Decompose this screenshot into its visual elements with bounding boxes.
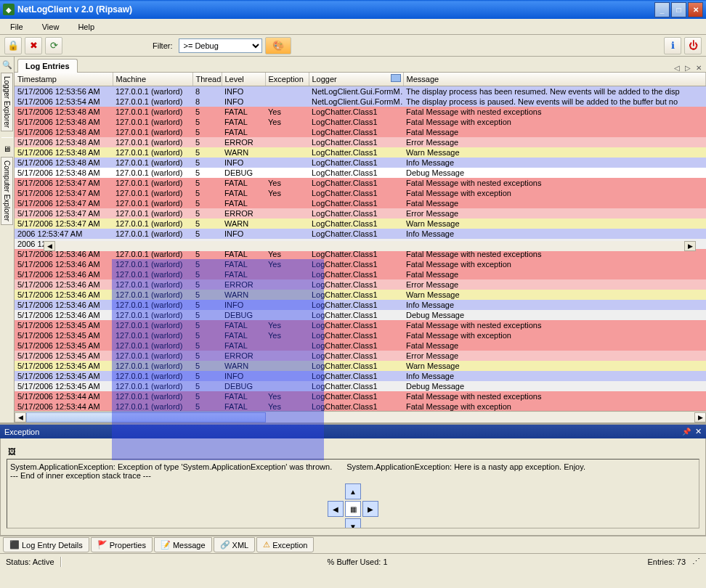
cell-ms: Fatal Message with nested exceptions xyxy=(403,320,706,330)
cell-mc: 127.0.0.1 (warlord) xyxy=(113,381,192,391)
inner-horizontal-scroll[interactable]: ◀ ▶ xyxy=(44,241,696,251)
table-row[interactable]: 5/17/2006 12:53:48 AM127.0.0.1 (warlord)… xyxy=(15,147,706,158)
table-row[interactable]: 5/17/2006 12:53:48 AM127.0.0.1 (warlord)… xyxy=(15,168,706,178)
sidebar: 🔍 Logger Explorer 🖥 Computer Explorer xyxy=(0,57,15,422)
cell-th: 5 xyxy=(192,259,222,269)
table-row[interactable]: 5/17/2006 12:53:45 AM127.0.0.1 (warlord)… xyxy=(15,381,706,391)
cell-th: 5 xyxy=(192,351,222,361)
table-row[interactable]: 5/17/2006 12:53:45 AM127.0.0.1 (warlord)… xyxy=(15,330,706,340)
cell-ts: 5/17/2006 12:53:45 AM xyxy=(15,361,113,371)
menu-file[interactable]: File xyxy=(6,21,28,33)
computer-icon[interactable]: 🖥 xyxy=(2,144,12,154)
col-level[interactable]: Level xyxy=(222,73,265,86)
table-row[interactable]: 5/17/2006 12:53:46 AM127.0.0.1 (warlord)… xyxy=(15,259,706,269)
table-row[interactable]: 5/17/2006 12:53:46 AM127.0.0.1 (warlord)… xyxy=(15,269,706,279)
tab-message[interactable]: 📝Message xyxy=(154,537,212,552)
table-row[interactable]: 5/17/2006 12:53:47 AM127.0.0.1 (warlord)… xyxy=(15,178,706,188)
info-button[interactable]: ℹ xyxy=(664,37,681,54)
col-timestamp[interactable]: Timestamp xyxy=(15,73,113,86)
resize-grip-icon[interactable]: ⋰ xyxy=(686,557,700,566)
dock-down-icon[interactable]: ▼ xyxy=(345,518,361,528)
dock-up-icon[interactable]: ▲ xyxy=(345,483,361,499)
lock-button[interactable]: 🔒 xyxy=(4,37,22,54)
sidebar-tab-logger-explorer[interactable]: Logger Explorer xyxy=(1,73,13,131)
table-row[interactable]: 5/17/2006 12:53:48 AM127.0.0.1 (warlord)… xyxy=(15,137,706,147)
power-button[interactable]: ⏻ xyxy=(684,37,702,54)
table-row[interactable]: 5/17/2006 12:53:47 AM127.0.0.1 (warlord)… xyxy=(15,208,706,219)
table-row[interactable]: 5/17/2006 12:53:48 AM127.0.0.1 (warlord)… xyxy=(15,158,706,168)
cell-th: 5 xyxy=(192,107,222,117)
dock-right-icon[interactable]: ▶ xyxy=(362,501,378,517)
col-logger[interactable]: Logger xyxy=(309,73,403,86)
close-button[interactable]: ✕ xyxy=(688,2,703,17)
table-row[interactable]: 5/17/2006 12:53:47 AM127.0.0.1 (warlord)… xyxy=(15,198,706,208)
filter-select[interactable]: >= Debug xyxy=(179,38,262,53)
scroll-left-icon[interactable]: ◀ xyxy=(15,412,26,422)
table-row[interactable]: 5/17/2006 12:53:46 AM127.0.0.1 (warlord)… xyxy=(15,300,706,310)
tab-log-entry-details[interactable]: ⬛Log Entry Details xyxy=(3,537,89,552)
tab-properties[interactable]: 🚩Properties xyxy=(91,537,153,552)
clear-button[interactable]: ✖ xyxy=(25,37,42,54)
table-row[interactable]: 5/17/2006 12:53:56 AM127.0.0.1 (warlord)… xyxy=(15,86,706,97)
table-row[interactable]: 5/17/2006 12:53:45 AM127.0.0.1 (warlord)… xyxy=(15,351,706,361)
search-icon[interactable]: 🔍 xyxy=(2,60,12,70)
dock-navigator[interactable]: ▲ ◀▦▶ ▼ xyxy=(328,483,378,528)
grid-header-row[interactable]: Timestamp Machine Thread Level Exception… xyxy=(15,73,706,86)
tab-exception[interactable]: ⚠Exception xyxy=(256,537,314,552)
table-row[interactable]: 5/17/2006 12:53:44 AM127.0.0.1 (warlord)… xyxy=(15,401,706,412)
cell-th: 5 xyxy=(192,401,222,412)
col-message[interactable]: Message xyxy=(403,73,706,86)
palette-button[interactable]: 🎨 xyxy=(265,37,291,54)
horizontal-scrollbar[interactable]: ◀ ▶ xyxy=(15,411,706,422)
table-row[interactable]: 5/17/2006 12:53:54 AM127.0.0.1 (warlord)… xyxy=(15,97,706,107)
dock-center-icon[interactable]: ▦ xyxy=(345,501,361,517)
table-row[interactable]: 5/17/2006 12:53:45 AM127.0.0.1 (warlord)… xyxy=(15,361,706,371)
table-row[interactable]: 5/17/2006 12:53:48 AM127.0.0.1 (warlord)… xyxy=(15,127,706,137)
dock-left-icon[interactable]: ◀ xyxy=(328,501,344,517)
cell-lv: WARN xyxy=(222,219,265,229)
refresh-button[interactable]: ⟳ xyxy=(45,37,62,54)
col-machine[interactable]: Machine xyxy=(113,73,192,86)
tab-nav-controls[interactable]: ◁ ▷ ✕ xyxy=(674,64,703,72)
sidebar-tab-computer-explorer[interactable]: Computer Explorer xyxy=(1,157,13,225)
menu-help[interactable]: Help xyxy=(73,21,99,33)
panel-close-icon[interactable]: ✕ xyxy=(695,427,702,436)
cell-mc: 127.0.0.1 (warlord) xyxy=(113,279,192,290)
cell-ex xyxy=(265,229,309,239)
pin-icon[interactable]: 📌 xyxy=(682,428,691,436)
scroll-thumb[interactable] xyxy=(26,412,266,422)
table-row[interactable]: 5/17/2006 12:53:46 AM127.0.0.1 (warlord)… xyxy=(15,310,706,320)
cell-ms: Warn Message xyxy=(403,290,706,300)
minimize-button[interactable]: _ xyxy=(654,2,670,17)
cell-ts: 5/17/2006 12:53:45 AM xyxy=(15,381,113,391)
scroll-left-icon[interactable]: ◀ xyxy=(44,241,55,251)
maximize-button[interactable]: □ xyxy=(671,2,686,17)
col-thread[interactable]: Thread xyxy=(192,73,222,86)
table-row[interactable]: 5/17/2006 12:53:46 AM127.0.0.1 (warlord)… xyxy=(15,279,706,290)
col-exception[interactable]: Exception xyxy=(265,73,309,86)
scroll-track[interactable] xyxy=(266,412,694,422)
table-row[interactable]: 5/17/2006 12:53:48 AM127.0.0.1 (warlord)… xyxy=(15,107,706,117)
menu-view[interactable]: View xyxy=(38,21,64,33)
tab-xml[interactable]: 🔗XML xyxy=(214,537,256,552)
cell-ts: 5/17/2006 12:53:45 AM xyxy=(15,371,113,381)
cell-lv: FATAL xyxy=(222,259,265,269)
table-row[interactable]: 5/17/2006 12:53:44 AM127.0.0.1 (warlord)… xyxy=(15,391,706,401)
scroll-right-icon[interactable]: ▶ xyxy=(694,412,706,422)
table-row[interactable]: 5/17/2006 12:53:45 AM127.0.0.1 (warlord)… xyxy=(15,340,706,351)
cell-ts: 5/17/2006 12:53:48 AM xyxy=(15,147,113,158)
exception-panel-title[interactable]: Exception 📌 ✕ xyxy=(0,425,706,438)
tab-log-entries[interactable]: Log Entries xyxy=(17,59,78,73)
table-row[interactable]: 5/17/2006 12:53:47 AM127.0.0.1 (warlord)… xyxy=(15,188,706,198)
table-row[interactable]: 5/17/2006 12:53:48 AM127.0.0.1 (warlord)… xyxy=(15,117,706,127)
scroll-right-icon[interactable]: ▶ xyxy=(684,241,696,251)
table-row[interactable]: 5/17/2006 12:53:47 AM127.0.0.1 (warlord)… xyxy=(15,219,706,229)
scroll-track[interactable] xyxy=(55,241,684,251)
table-row[interactable]: 5/17/2006 12:53:45 AM127.0.0.1 (warlord)… xyxy=(15,320,706,330)
table-row[interactable]: 5/17/2006 12:53:45 AM127.0.0.1 (warlord)… xyxy=(15,371,706,381)
cell-ms: Debug Message xyxy=(403,168,706,178)
column-dock-icon[interactable] xyxy=(391,74,401,82)
table-row[interactable]: 5/17/2006 12:53:46 AM127.0.0.1 (warlord)… xyxy=(15,290,706,300)
table-row[interactable]: 2006 12:53:47 AM127.0.0.1 (warlord)5INFO… xyxy=(15,229,706,239)
cell-ts: 5/17/2006 12:53:46 AM xyxy=(15,310,113,320)
